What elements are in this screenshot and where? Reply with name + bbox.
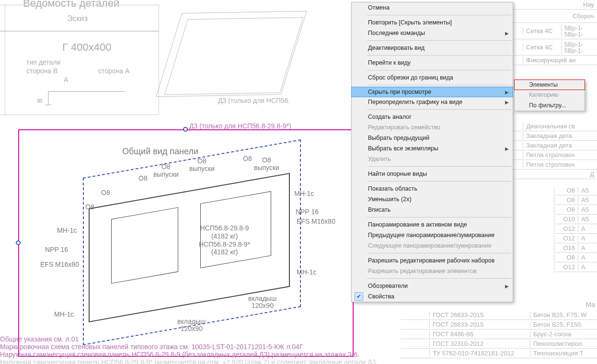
label-efs-left: EFS M16x80 <box>40 261 79 268</box>
right-table-diam: О8А5О8А5О8А5О10А5О12АО12АО16АО8АО12А <box>554 186 597 272</box>
rt-setka-2: Сетка 4С <box>523 44 561 51</box>
eskiz-label: Эскиз <box>67 14 88 23</box>
g400-label: Г 400x400 <box>62 41 111 54</box>
panel-name-1: НСП56.8-29.8-9 <box>200 224 249 232</box>
note-1: Общие указания см. л.01 <box>0 335 79 343</box>
chevron-right-icon: ▶ <box>505 90 509 95</box>
menu-repeat[interactable]: Повторить [Скрыть элементы] <box>352 17 513 28</box>
chevron-right-icon: ▶ <box>505 146 509 151</box>
menu-delete: Удалить <box>352 154 513 164</box>
panel-name-2: НСП56.8-29.8-9* <box>199 240 250 248</box>
check-icon: ✔ <box>355 292 363 301</box>
view-title: Общий вид панели <box>122 147 198 157</box>
panel-weight-1: (4182 кг) <box>211 232 238 240</box>
menu-selall[interactable]: Выбрать все экземпляры▶ <box>352 143 513 154</box>
menu-analog[interactable]: Создать аналог <box>352 112 513 122</box>
selection-handle-top[interactable] <box>183 127 188 132</box>
chevron-right-icon: ▶ <box>505 31 509 36</box>
menu-browsers[interactable]: Обозреватели▶ <box>352 281 513 291</box>
menu-pan[interactable]: Панорамирование в активном виде <box>352 219 513 230</box>
note-2: Маркировочная схема стеновых панелей тип… <box>0 343 303 351</box>
panel-weight-2: (4182 кг) <box>211 248 238 256</box>
menu-findhost[interactable]: Найти опорные виды <box>352 169 513 179</box>
chevron-right-icon: ▶ <box>505 284 509 289</box>
label-o8-vyp-2: О8 выпуски <box>189 157 215 172</box>
label-mn1c-br: МН-1с <box>297 268 316 276</box>
tip-detali-label: тип детали <box>26 58 60 66</box>
label-npp16-right: NPP 16 <box>296 208 319 216</box>
menu-showreg[interactable]: Показать область <box>352 183 513 194</box>
label-vklad-dim-1: 120x90 <box>252 302 274 309</box>
menu-override[interactable]: Переопределить графику на виде▶ <box>352 97 513 107</box>
menu-prevpan[interactable]: Предыдущее панорамирование/зумирование <box>352 230 513 240</box>
menu-allowel: Разрешить редактирование элементов <box>352 266 513 276</box>
context-submenu-hide[interactable]: Элементы Категорию По фильтру... <box>514 80 585 111</box>
context-menu[interactable]: Отмена Повторить [Скрыть элементы] После… <box>351 2 513 302</box>
label-ma: Ма <box>586 301 595 308</box>
label-vklad-dim-2: 120x90 <box>181 325 203 332</box>
label-o8-vyp-1: О8 выпуски <box>153 163 179 178</box>
menu-zoomout[interactable]: Уменьшить (2x) <box>352 194 513 205</box>
rt-sbor: Сбороч <box>501 12 597 20</box>
right-table-mid: Диагональная св Закладная дета И4Закладн… <box>501 122 597 179</box>
right-table-top: Нау Сбороч И4Сетка 4С5Вр-1-5Вр-1- И4Сетк… <box>501 0 597 65</box>
menu-nextpan: Следующее панорамирование/зумирование <box>352 240 513 251</box>
storona-b-label: сторона В <box>26 67 57 75</box>
label-o8-1: О8 <box>85 203 94 211</box>
label-o8-vyp-3: О8 выпуски <box>254 156 279 171</box>
note-3: Наружная самонесущая стеновая панель НСП… <box>0 351 359 358</box>
d3-note-2: Д3 (только для НСП56.8-29.8-9*) <box>189 122 291 130</box>
storona-a-label: сторона А <box>98 67 129 75</box>
d3-note-1: Д3 (только для НСП56. <box>218 97 290 104</box>
menu-selprev[interactable]: Выбрать предыдущий <box>352 133 513 143</box>
menu-editfam: Редактировать семейство <box>352 122 513 133</box>
menu-goto[interactable]: Перейти к виду <box>352 57 513 68</box>
note-4: Наружная самонесущая панель НСП56.8-29.8… <box>0 358 378 364</box>
submenu-byfilter[interactable]: По фильтру... <box>515 100 585 111</box>
menu-recent[interactable]: Последние команды▶ <box>352 28 513 38</box>
selection-handle-left[interactable] <box>16 240 21 245</box>
submenu-category: Категорию <box>515 90 585 100</box>
rt-hau: Нау <box>501 1 597 8</box>
label-o8-3: О8 <box>138 174 148 182</box>
menu-fit[interactable]: Вписать <box>352 205 513 215</box>
label-mn1c-left: МН-1с <box>57 227 77 234</box>
menu-cancel[interactable]: Отмена <box>352 2 513 13</box>
letter-b: В <box>36 98 44 102</box>
menu-hide[interactable]: Скрыть при просмотре▶ <box>351 87 513 97</box>
rt-setka-1: Сетка 4С <box>523 27 561 34</box>
letter-a: А <box>64 76 68 83</box>
label-mn1c-bl: МН-1с <box>54 310 74 318</box>
label-o8-2: О8 <box>101 189 110 196</box>
label-mn1c-right: МН-1с <box>294 190 314 197</box>
right-table-bottom: ГОСТ 26633-2015Бетон В25, F75, WГОСТ 266… <box>401 310 597 358</box>
menu-allowws[interactable]: Разрешить редактирование рабочих наборов <box>352 255 513 266</box>
label-o8-4: О8 <box>243 155 252 162</box>
menu-props[interactable]: ✔ Свойства <box>352 291 513 302</box>
label-npp16-left: NPP 16 <box>45 246 68 253</box>
submenu-elements[interactable]: Элементы <box>514 80 585 90</box>
label-efs-right: EFS M16x80 <box>297 217 335 225</box>
menu-deactivate[interactable]: Деактивировать вид <box>352 43 513 53</box>
label-vklad-1: вкладыш <box>248 295 276 302</box>
menu-reset[interactable]: Сброс обрезки до границ вида <box>352 72 513 83</box>
rt-fiks: Фиксирующий ан <box>523 57 597 64</box>
chevron-right-icon: ▶ <box>505 100 509 105</box>
label-vklad-2: вкладыш <box>177 318 206 325</box>
